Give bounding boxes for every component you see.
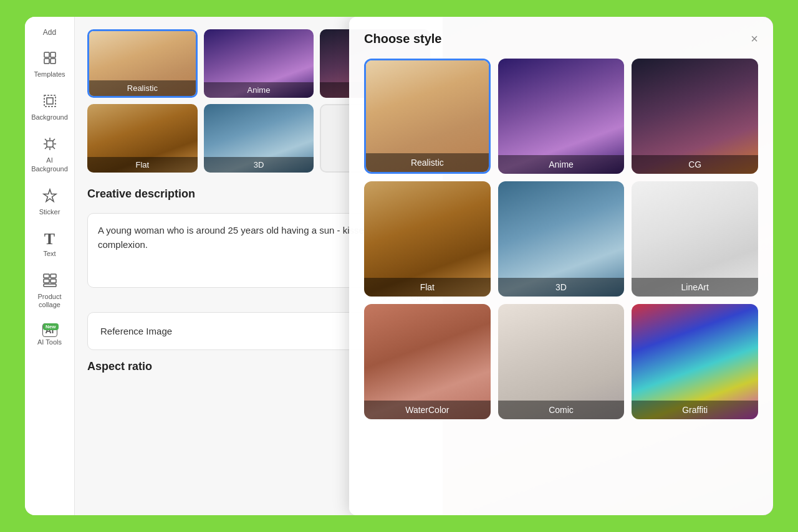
modal-style-flat-label: Flat xyxy=(364,278,491,297)
app-container: Add Templates Background xyxy=(25,17,773,515)
text-icon: T xyxy=(44,231,55,247)
modal-title: Choose style xyxy=(364,32,441,46)
style-card-flat[interactable]: Flat xyxy=(87,104,198,173)
style-card-3d-label: 3D xyxy=(204,157,314,173)
svg-rect-7 xyxy=(44,279,49,283)
svg-rect-5 xyxy=(44,274,49,278)
modal-style-anime[interactable]: Anime xyxy=(498,59,625,174)
sidebar-item-sticker-label: Sticker xyxy=(39,208,60,216)
modal-style-comic-label: Comic xyxy=(498,401,625,419)
modal-style-anime-label: Anime xyxy=(498,155,625,174)
modal-style-3d[interactable]: 3D xyxy=(498,181,625,297)
sidebar-item-product-collage-label: Product collage xyxy=(32,293,67,309)
sidebar-item-text-label: Text xyxy=(43,250,55,258)
sidebar-item-templates-label: Templates xyxy=(34,70,65,78)
reference-image-label: Reference Image xyxy=(100,326,172,336)
add-label: Add xyxy=(38,23,61,42)
sidebar-item-background[interactable]: Background xyxy=(29,87,71,128)
svg-rect-6 xyxy=(50,274,56,278)
modal-style-comic[interactable]: Comic xyxy=(498,304,625,419)
modal-style-3d-label: 3D xyxy=(498,278,625,297)
description-text: A young woman who is around 25 years old… xyxy=(98,225,369,250)
templates-icon xyxy=(42,50,57,68)
svg-rect-0 xyxy=(44,52,49,57)
sidebar-item-product-collage[interactable]: Product collage xyxy=(29,267,71,315)
modal-style-realistic-label: Realistic xyxy=(366,153,489,172)
modal-style-grid: Realistic Anime CG Flat 3D xyxy=(364,59,758,419)
style-card-realistic-label: Realistic xyxy=(89,80,196,96)
svg-rect-1 xyxy=(50,52,55,57)
modal-style-graffiti[interactable]: Graffiti xyxy=(632,304,758,419)
svg-rect-3 xyxy=(50,59,55,64)
svg-rect-4 xyxy=(47,141,53,147)
new-badge: New xyxy=(43,323,58,330)
style-card-realistic[interactable]: Realistic xyxy=(87,29,198,98)
modal-close-button[interactable]: × xyxy=(751,32,758,46)
svg-rect-2 xyxy=(44,59,49,64)
style-card-3d[interactable]: 3D xyxy=(204,104,314,173)
product-collage-icon xyxy=(42,273,57,290)
modal-style-cg[interactable]: CG xyxy=(632,59,758,174)
modal-style-graffiti-label: Graffiti xyxy=(632,401,758,419)
svg-rect-8 xyxy=(50,279,56,283)
sidebar-item-templates[interactable]: Templates xyxy=(29,44,71,85)
sidebar-item-sticker[interactable]: Sticker xyxy=(29,182,71,222)
aspect-ratio-title: Aspect ratio xyxy=(87,360,152,373)
modal-style-watercolor[interactable]: WaterColor xyxy=(364,304,491,419)
svg-rect-9 xyxy=(44,284,56,287)
ai-background-icon xyxy=(42,136,57,154)
sidebar-item-ai-tools[interactable]: AI New AI Tools xyxy=(29,318,71,353)
style-card-flat-label: Flat xyxy=(87,157,198,173)
sidebar: Add Templates Background xyxy=(25,17,75,515)
sidebar-item-ai-background-label: AI Background xyxy=(31,156,68,173)
modal-header: Choose style × xyxy=(364,32,758,46)
modal-style-cg-label: CG xyxy=(632,155,758,174)
modal-style-realistic[interactable]: Realistic xyxy=(364,59,491,174)
sidebar-item-ai-tools-label: AI Tools xyxy=(37,338,62,346)
sidebar-item-ai-background[interactable]: AI Background xyxy=(29,130,71,179)
style-card-anime-label: Anime xyxy=(204,82,314,98)
sidebar-item-background-label: Background xyxy=(31,113,68,121)
modal-style-lineart[interactable]: LineArt xyxy=(632,181,758,297)
creative-description-title: Creative description xyxy=(87,188,195,201)
modal-style-flat[interactable]: Flat xyxy=(364,181,491,297)
choose-style-modal: Choose style × Realistic Anime CG Flat xyxy=(349,17,773,515)
modal-style-watercolor-label: WaterColor xyxy=(364,401,491,419)
modal-style-lineart-label: LineArt xyxy=(632,278,758,297)
sticker-icon xyxy=(42,188,57,206)
background-icon xyxy=(42,93,57,111)
sidebar-item-text[interactable]: T Text xyxy=(29,225,71,264)
style-card-anime[interactable]: Anime xyxy=(204,29,314,98)
